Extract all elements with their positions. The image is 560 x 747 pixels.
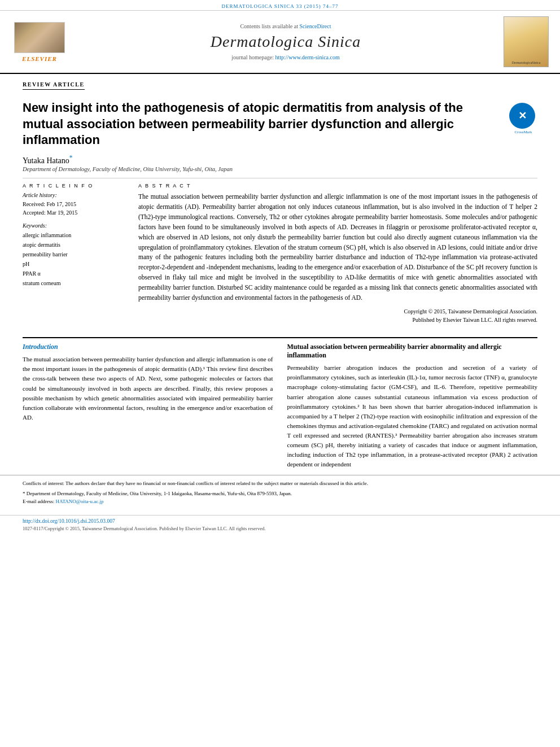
sciencedirect-link[interactable]: ScienceDirect <box>299 23 331 29</box>
mutual-association-title: Mutual association between permeability … <box>287 343 538 360</box>
journal-header: ELSEVIER Contents lists available at Sci… <box>0 11 560 74</box>
author-superscript: * <box>69 154 73 161</box>
doi-link[interactable]: http://dx.doi.org/10.1016/j.dsi.2015.03.… <box>23 518 537 524</box>
elsevier-logo: ELSEVIER <box>11 22 68 62</box>
keyword-4: pH <box>23 259 127 269</box>
elsevier-brand: ELSEVIER <box>22 55 57 62</box>
keywords-label: Keywords: <box>23 222 127 229</box>
conflict-footnote: Conflicts of interest: The authors decla… <box>23 480 537 488</box>
received-date: Received: Feb 17, 2015 <box>23 200 127 208</box>
keyword-5: PPAR α <box>23 269 127 278</box>
article-history: Article history: Received: Feb 17, 2015 … <box>23 192 127 217</box>
introduction-text: The mutual association between permeabil… <box>23 355 273 422</box>
email-label: E-mail address: <box>23 499 54 504</box>
introduction-title: Introduction <box>23 343 273 351</box>
elsevier-image <box>14 22 65 53</box>
keyword-6: stratum corneum <box>23 278 127 288</box>
keywords-section: Keywords: allergic inflammation atopic d… <box>23 222 127 288</box>
article-type-label: REVIEW ARTICLE <box>23 81 85 90</box>
paper-title-section: New insight into the pathogenesis of ato… <box>23 100 537 148</box>
homepage-url[interactable]: http://www.derm-sinica.com <box>275 54 339 60</box>
history-label: Article history: <box>23 192 127 198</box>
mutual-association-text: Permeability barrier abrogation induces … <box>287 363 538 469</box>
copyright-line2: Published by Elsevier Taiwan LLC. All ri… <box>138 316 537 324</box>
crossmark-label: CrossMark <box>509 130 537 134</box>
abstract-column: A B S T R A C T The mutual association b… <box>138 183 537 324</box>
keyword-2: atopic dermatitis <box>23 240 127 250</box>
body-sections: Introduction The mutual association betw… <box>0 343 560 469</box>
department-footnote: * Department of Dermatology, Faculty of … <box>23 490 537 498</box>
email-link[interactable]: HATANO@oita-u.ac.jp <box>55 499 103 504</box>
main-content: REVIEW ARTICLE New insight into the path… <box>0 74 560 333</box>
journal-cover-image <box>504 16 549 67</box>
author-affiliation: Department of Dermatology, Faculty of Me… <box>23 166 537 172</box>
accepted-date: Accepted: Mar 19, 2015 <box>23 208 127 217</box>
homepage-line: journal homepage: http://www.derm-sinica… <box>73 54 498 60</box>
keyword-1: allergic inflammation <box>23 230 127 240</box>
copyright-line1: Copyright © 2015, Taiwanese Dermatologic… <box>138 307 537 316</box>
keyword-3: permeability barrier <box>23 250 127 259</box>
crossmark-circle: ✕ <box>509 103 535 129</box>
article-info-label: A R T I C L E I N F O <box>23 183 127 189</box>
journal-reference: DERMATOLOGICA SINICA 33 (2015) 74–77 <box>0 0 560 11</box>
author-name: Yutaka Hatano* <box>23 154 537 165</box>
journal-ref-text: DERMATOLOGICA SINICA 33 (2015) 74–77 <box>222 3 339 9</box>
header-divider <box>23 178 537 178</box>
sciencedirect-text: Contents lists available at <box>240 23 298 29</box>
copyright-bottom: 1027-8117/Copyright © 2015, Taiwanese De… <box>23 526 537 531</box>
abstract-copyright: Copyright © 2015, Taiwanese Dermatologic… <box>138 307 537 324</box>
crossmark-badge[interactable]: ✕ CrossMark <box>509 103 537 131</box>
crossmark-icon: ✕ <box>518 110 527 122</box>
abstract-text: The mutual association between permeabil… <box>138 192 537 303</box>
paper-title: New insight into the pathogenesis of ato… <box>23 100 501 148</box>
homepage-text: journal homepage: <box>231 54 274 60</box>
footnote-section: Conflicts of interest: The authors decla… <box>0 475 560 510</box>
journal-center-header: Contents lists available at ScienceDirec… <box>73 23 498 60</box>
article-info-abstract-section: A R T I C L E I N F O Article history: R… <box>23 183 537 324</box>
section-divider <box>23 337 537 338</box>
email-footnote: E-mail address: HATANO@oita-u.ac.jp <box>23 498 537 506</box>
mutual-association-section: Mutual association between permeability … <box>287 343 538 469</box>
article-info-column: A R T I C L E I N F O Article history: R… <box>23 183 127 324</box>
author-name-text: Yutaka Hatano <box>23 156 69 164</box>
bottom-bar: http://dx.doi.org/10.1016/j.dsi.2015.03.… <box>0 515 560 534</box>
journal-title: Dermatologica Sinica <box>73 33 498 51</box>
sciencedirect-line: Contents lists available at ScienceDirec… <box>73 23 498 29</box>
abstract-label: A B S T R A C T <box>138 183 537 189</box>
introduction-section: Introduction The mutual association betw… <box>23 343 273 469</box>
